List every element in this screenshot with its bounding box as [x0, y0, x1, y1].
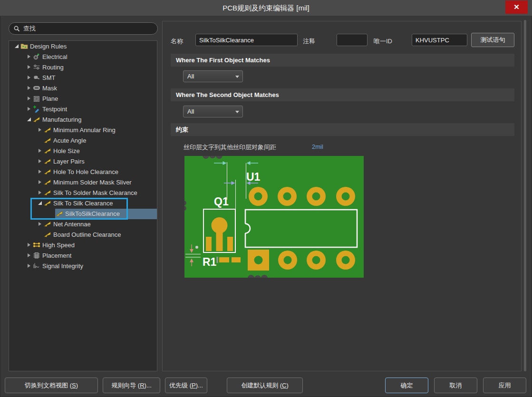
search-input[interactable]: 查找 — [9, 22, 158, 35]
expand-arrow-icon[interactable] — [39, 128, 41, 132]
tree-item-label: Electrical — [42, 53, 68, 60]
manufacturing-icon — [44, 199, 51, 207]
ok-button[interactable]: 确定 — [385, 378, 428, 393]
expand-arrow-icon[interactable] — [28, 264, 30, 268]
tree-item-label: Silk To Solder Mask Clearance — [53, 189, 137, 196]
constraints-header: 约束 — [171, 123, 514, 136]
collapse-arrow-icon[interactable] — [38, 201, 42, 205]
manufacturing-icon — [44, 157, 51, 165]
expand-arrow-icon[interactable] — [39, 191, 41, 194]
tree-item-label: Manufacturing — [42, 116, 81, 123]
expand-arrow-icon[interactable] — [28, 86, 30, 90]
tree-item-label: Minimum Solder Mask Sliver — [53, 179, 132, 186]
expand-arrow-icon[interactable] — [28, 253, 30, 257]
manufacturing-icon — [44, 126, 51, 134]
rule-wizard-button[interactable]: 规则向导 (R)... — [103, 378, 160, 393]
tree-item-placement[interactable]: Placement — [9, 250, 157, 261]
designator-u1: U1 — [246, 171, 261, 183]
tree-item-board-outline-clearance[interactable]: Board Outline Clearance — [9, 229, 157, 240]
apply-button[interactable]: 应用 — [483, 378, 526, 393]
button-label: 优先级 (P)... — [169, 381, 203, 390]
rules-tree-panel: Design RulesElectricalRoutingSMTMaskPlan… — [9, 40, 157, 371]
expand-arrow-icon[interactable] — [39, 222, 41, 226]
first-object-scope-dropdown[interactable]: All — [183, 70, 243, 82]
button-label: 创建默认规则 (C) — [241, 381, 289, 390]
close-button[interactable]: ✕ — [505, 0, 528, 14]
manufacturing-icon — [44, 178, 51, 186]
second-object-matches-header: Where The Second Object Matches — [171, 88, 514, 101]
unique-id-input[interactable] — [412, 34, 467, 46]
tree-item-silk-to-silk-clearance[interactable]: Silk To Silk Clearance — [9, 198, 157, 208]
expand-arrow-icon[interactable] — [39, 149, 41, 153]
test-queries-button[interactable]: 测试语句 — [471, 33, 514, 47]
expand-arrow-icon[interactable] — [28, 65, 30, 69]
tree-item-high-speed[interactable]: High Speed — [9, 240, 157, 250]
vertical-scrollbar[interactable] — [524, 20, 526, 371]
tree-item-label: Testpoint — [42, 106, 67, 113]
create-default-rules-button[interactable]: 创建默认规则 (C) — [227, 378, 303, 393]
tree-item-routing[interactable]: Routing — [9, 62, 157, 72]
tree-item-minimum-annular-ring[interactable]: Minimum Annular Ring — [9, 125, 157, 135]
manufacturing-icon — [33, 116, 40, 123]
comment-input[interactable] — [337, 34, 368, 46]
tree-item-label: SMT — [42, 74, 55, 81]
collapse-arrow-icon[interactable] — [27, 117, 31, 121]
tree-item-acute-angle[interactable]: Acute Angle — [9, 135, 157, 145]
silk-clearance-value[interactable]: 2mil — [312, 143, 323, 150]
tree-item-label: Minimum Annular Ring — [53, 126, 116, 134]
tree-item-label: Mask — [42, 85, 57, 92]
placement-icon — [33, 252, 40, 259]
tree-item-testpoint[interactable]: Testpoint — [9, 104, 157, 114]
second-object-scope-value: All — [187, 108, 194, 115]
pcb-preview: U1 Q1 R1 — [184, 156, 364, 278]
tree-item-electrical[interactable]: Electrical — [9, 51, 157, 62]
second-object-scope-dropdown[interactable]: All — [183, 106, 243, 117]
priorities-button[interactable]: 优先级 (P)... — [165, 378, 207, 393]
tree-item-silktosilkclearance[interactable]: SilkToSilkClearance — [9, 208, 157, 219]
tree-item-smt[interactable]: SMT — [9, 72, 157, 83]
first-object-matches-header: Where The First Object Matches — [171, 54, 514, 67]
collapse-arrow-icon[interactable] — [15, 44, 19, 48]
first-object-scope-value: All — [187, 73, 194, 80]
tree-item-label: SilkToSilkClearance — [65, 210, 120, 217]
search-icon — [13, 25, 20, 32]
plane-icon — [33, 95, 40, 102]
expand-arrow-icon[interactable] — [28, 76, 30, 79]
tree-item-label: Acute Angle — [53, 137, 86, 144]
cancel-button[interactable]: 取消 — [434, 378, 477, 393]
mask-icon — [33, 84, 40, 92]
tree-item-layer-pairs[interactable]: Layer Pairs — [9, 156, 157, 166]
tree-item-manufacturing[interactable]: Manufacturing — [9, 114, 157, 125]
tree-item-mask[interactable]: Mask — [9, 83, 157, 93]
manufacturing-icon — [44, 168, 51, 175]
tree-item-hole-size[interactable]: Hole Size — [9, 145, 157, 156]
close-icon: ✕ — [513, 3, 520, 11]
expand-arrow-icon[interactable] — [39, 170, 41, 174]
expand-arrow-icon[interactable] — [39, 180, 41, 184]
rule-name-input[interactable] — [195, 34, 298, 46]
button-label: 规则向导 (R)... — [111, 381, 152, 390]
expand-arrow-icon[interactable] — [28, 97, 30, 100]
manufacturing-icon — [44, 189, 51, 196]
expand-arrow-icon[interactable] — [39, 159, 41, 163]
switch-to-document-view-button[interactable]: 切换到文档视图 (S) — [5, 378, 98, 393]
tree-item-label: High Speed — [42, 242, 75, 249]
tree-item-signal-integrity[interactable]: Signal Integrity — [9, 261, 157, 271]
tree-item-design-rules[interactable]: Design Rules — [9, 41, 157, 51]
manufacturing-icon — [44, 220, 51, 228]
tree-item-label: Silk To Silk Clearance — [53, 200, 113, 207]
comment-label: 注释 — [303, 37, 315, 46]
designator-r1: R1 — [203, 256, 217, 268]
tree-item-minimum-solder-mask-sliver[interactable]: Minimum Solder Mask Sliver — [9, 177, 157, 187]
tree-item-plane[interactable]: Plane — [9, 93, 157, 104]
tree-item-silk-to-solder-mask-clearance[interactable]: Silk To Solder Mask Clearance — [9, 187, 157, 198]
tree-item-net-antennae[interactable]: Net Antennae — [9, 219, 157, 229]
expand-arrow-icon[interactable] — [28, 243, 30, 247]
expand-arrow-icon[interactable] — [28, 107, 30, 111]
routing-icon — [33, 63, 40, 71]
tree-item-label: Hole To Hole Clearance — [53, 168, 118, 175]
tree-item-label: Layer Pairs — [53, 158, 85, 165]
expand-arrow-icon[interactable] — [28, 55, 30, 58]
manufacturing-icon — [44, 136, 51, 144]
tree-item-hole-to-hole-clearance[interactable]: Hole To Hole Clearance — [9, 166, 157, 177]
